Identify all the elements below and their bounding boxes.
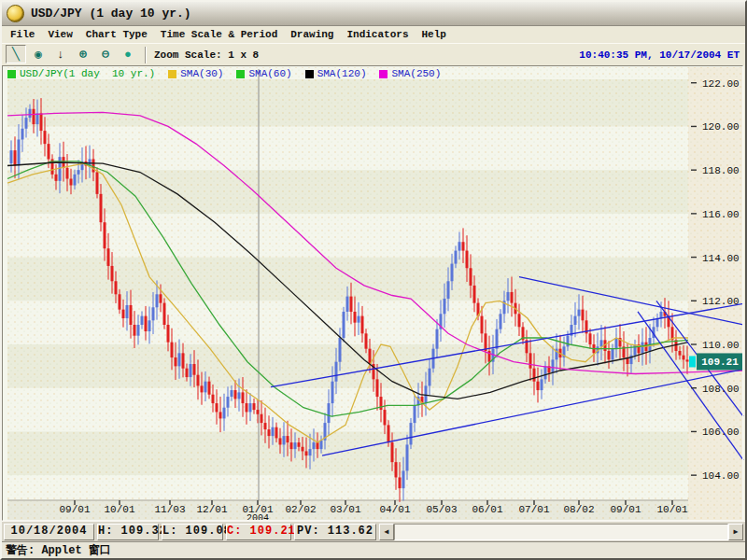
legend-swatch — [379, 70, 388, 78]
status-bar: 10/18/2004H: 109.32L: 109.08C: 109.21PV:… — [2, 521, 745, 541]
svg-text:12/01: 12/01 — [196, 504, 227, 515]
svg-text:09/01: 09/01 — [610, 504, 641, 515]
svg-text:07/01: 07/01 — [518, 504, 549, 515]
svg-text:112.00: 112.00 — [702, 296, 740, 307]
legend-swatch — [305, 70, 314, 78]
scroll-left-button[interactable]: ◀ — [379, 524, 394, 540]
window-title: USD/JPY (1 day 10 yr.) — [31, 7, 191, 21]
toolbar: ╲◉↓⊕⊖● Zoom Scale: 1 x 8 10:40:35 PM, 10… — [2, 43, 745, 65]
legend-label: SMA(60) — [248, 68, 291, 79]
svg-text:109.21: 109.21 — [701, 357, 739, 368]
status-pivot: PV: 113.62 — [294, 524, 376, 540]
svg-text:10/01: 10/01 — [104, 504, 134, 515]
menu-bar: FileViewChart TypeTime Scale & PeriodDra… — [2, 26, 745, 43]
svg-text:104.00: 104.00 — [702, 470, 740, 482]
legend-item-usd-jpy-1-day-10-yr: USD/JPY(1 day 10 yr.) — [7, 68, 155, 79]
svg-text:10/01: 10/01 — [656, 504, 687, 515]
legend-label: SMA(120) — [317, 68, 367, 79]
legend-label: SMA(250) — [391, 68, 441, 79]
horizontal-scrollbar[interactable]: ◀▶ — [379, 524, 743, 540]
legend-item-sma-120: SMA(120) — [305, 68, 367, 79]
line-tool-icon[interactable]: ╲ — [6, 45, 26, 63]
legend-label: USD/JPY(1 day 10 yr.) — [20, 68, 155, 79]
scrollbar-track[interactable] — [394, 524, 728, 540]
status-close: C: 109.21 — [226, 524, 291, 540]
scroll-right-button[interactable]: ▶ — [728, 524, 743, 540]
clock-text: 10:40:35 PM, 10/17/2004 ET — [579, 49, 745, 61]
legend-swatch — [7, 70, 16, 78]
sphere-icon[interactable]: ● — [118, 46, 138, 64]
legend-item-sma-250: SMA(250) — [379, 68, 441, 79]
app-window: { "window": { "title": "USD/JPY (1 day 1… — [0, 0, 747, 560]
tool-button-group: ╲◉↓⊕⊖● — [6, 45, 140, 64]
menu-chart-type[interactable]: Chart Type — [79, 28, 154, 41]
price-chart[interactable]: 122.00120.00118.00116.00114.00112.00110.… — [0, 0, 747, 560]
svg-text:110.00: 110.00 — [702, 340, 740, 351]
legend-item-sma-30: SMA(30) — [168, 68, 223, 79]
menu-time-scale-period[interactable]: Time Scale & Period — [154, 28, 284, 41]
svg-text:108.00: 108.00 — [702, 384, 740, 395]
svg-text:04/01: 04/01 — [379, 504, 410, 515]
svg-text:120.00: 120.00 — [702, 121, 740, 133]
menu-indicators[interactable]: Indicators — [340, 28, 415, 41]
svg-text:03/01: 03/01 — [330, 504, 360, 515]
zoom-scale-label: Zoom Scale: 1 x 8 — [154, 49, 259, 61]
svg-text:08/02: 08/02 — [563, 504, 594, 515]
legend-label: SMA(30) — [180, 68, 223, 79]
status-low: L: 109.08 — [162, 524, 223, 540]
zoom-in-icon[interactable]: ⊕ — [73, 45, 93, 63]
svg-text:116.00: 116.00 — [702, 209, 740, 220]
menu-file[interactable]: File — [4, 28, 41, 41]
title-bar: USD/JPY (1 day 10 yr.) — [2, 2, 745, 26]
svg-text:122.00: 122.00 — [702, 78, 740, 90]
chart-legend: USD/JPY(1 day 10 yr.)SMA(30)SMA(60)SMA(1… — [7, 68, 454, 79]
svg-text:02/02: 02/02 — [285, 504, 316, 515]
svg-text:09/01: 09/01 — [59, 504, 90, 515]
svg-text:118.00: 118.00 — [702, 165, 740, 176]
svg-text:106.00: 106.00 — [702, 427, 740, 438]
svg-text:11/03: 11/03 — [154, 504, 185, 515]
legend-item-sma-60: SMA(60) — [236, 68, 291, 79]
menu-view[interactable]: View — [41, 28, 78, 41]
svg-text:06/01: 06/01 — [472, 504, 502, 515]
svg-text:05/03: 05/03 — [426, 504, 457, 515]
down-arrow-icon[interactable]: ↓ — [50, 46, 71, 64]
menu-drawing[interactable]: Drawing — [284, 28, 340, 41]
zoom-out-icon[interactable]: ⊖ — [95, 45, 116, 63]
legend-swatch — [168, 70, 176, 78]
menu-help[interactable]: Help — [415, 28, 452, 41]
applet-warning-text: 警告: Applet 窗口 — [2, 542, 111, 558]
svg-text:114.00: 114.00 — [702, 253, 740, 264]
status-high: H: 109.32 — [97, 524, 159, 540]
legend-swatch — [236, 70, 245, 78]
toolbar-separator — [145, 47, 147, 63]
status-date: 10/18/2004 — [4, 524, 94, 540]
crosshair-icon[interactable]: ◉ — [28, 45, 49, 63]
coin-icon — [7, 5, 24, 22]
applet-warning-bar: 警告: Applet 窗口 — [2, 541, 745, 558]
